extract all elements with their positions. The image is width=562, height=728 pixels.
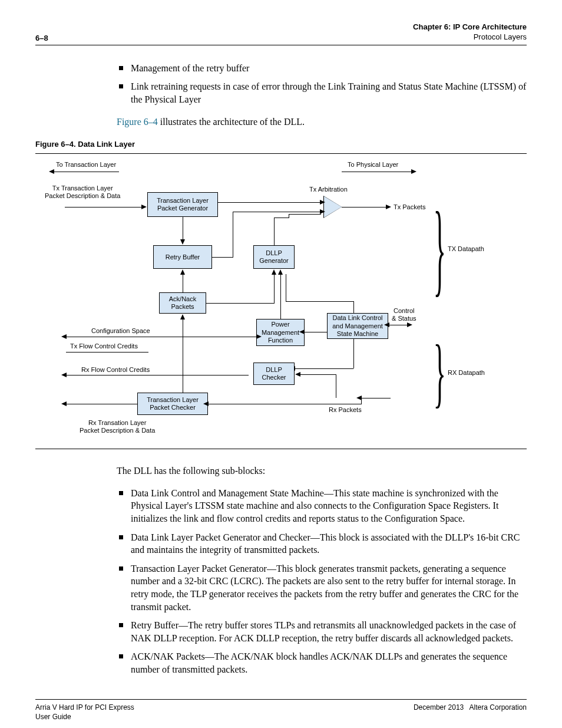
- label-to-physical: To Physical Layer: [348, 161, 398, 169]
- top-bullet-list: Management of the retry buffer Link retr…: [117, 62, 527, 106]
- figure-ref-rest: illustrates the architecture of the DLL.: [158, 117, 305, 127]
- footer-left: Arria V Hard IP for PCI Express User Gui…: [35, 703, 134, 722]
- list-item: Data Link Control and Management State M…: [117, 487, 527, 525]
- label-tx-flow: Tx Flow Control Credits: [70, 342, 138, 350]
- chapter-title: Chapter 6: IP Core Architecture: [413, 22, 527, 32]
- list-item: ACK/NAK Packets—The ACK/NAK block handle…: [117, 650, 527, 676]
- label-tx-datapath: TX Datapath: [448, 245, 484, 253]
- page-footer: Arria V Hard IP for PCI Express User Gui…: [35, 699, 527, 722]
- box-power-mgmt: Power Management Function: [256, 319, 305, 346]
- figure-caption: Figure 6–4. Data Link Layer: [35, 140, 527, 149]
- box-dllp-generator: DLLP Generator: [253, 245, 295, 269]
- list-item: Link retraining requests in case of erro…: [117, 80, 527, 106]
- box-dlcm: Data Link Control and Management State M…: [327, 313, 388, 339]
- label-rx-flow: Rx Flow Control Credits: [81, 366, 150, 374]
- figure-link[interactable]: Figure 6–4: [117, 117, 158, 127]
- box-tlp-generator: Transaction Layer Packet Generator: [147, 192, 218, 217]
- figure-container: To Transaction Layer To Physical Layer T…: [35, 153, 527, 449]
- box-dllp-checker: DLLP Checker: [253, 363, 295, 385]
- label-config-space: Configuration Space: [91, 327, 150, 335]
- label-control-status: Control & Status: [392, 307, 416, 322]
- page-header: 6–8 Chapter 6: IP Core Architecture Prot…: [35, 22, 527, 45]
- label-tx-tlp-desc: Tx Transaction Layer Packet Description …: [45, 185, 120, 200]
- sub-blocks-intro: The DLL has the following sub-blocks:: [117, 465, 527, 477]
- data-link-layer-diagram: To Transaction Layer To Physical Layer T…: [35, 160, 527, 443]
- sub-blocks-list: Data Link Control and Management State M…: [117, 487, 527, 676]
- label-rx-datapath: RX Datapath: [448, 369, 485, 377]
- box-tlp-checker: Transaction Layer Packet Checker: [137, 393, 208, 415]
- label-to-transaction: To Transaction Layer: [56, 161, 116, 169]
- footer-right: December 2013 Altera Corporation: [414, 703, 527, 722]
- page-number: 6–8: [35, 34, 48, 42]
- list-item: Transaction Layer Packet Generator—This …: [117, 562, 527, 613]
- box-retry-buffer: Retry Buffer: [153, 245, 212, 269]
- figure-reference-line: Figure 6–4 illustrates the architecture …: [117, 116, 527, 129]
- footer-doc-title: Arria V Hard IP for PCI Express: [35, 703, 134, 713]
- label-rx-packets: Rx Packets: [329, 406, 362, 414]
- label-tx-packets: Tx Packets: [394, 203, 425, 211]
- list-item: Management of the retry buffer: [117, 62, 527, 75]
- footer-doc-subtitle: User Guide: [35, 713, 134, 722]
- list-item: Retry Buffer—The retry buffer stores TLP…: [117, 619, 527, 644]
- label-tx-arbitration: Tx Arbitration: [309, 186, 348, 193]
- box-ack-nack: Ack/Nack Packets: [159, 292, 206, 314]
- label-rx-tlp-desc: Rx Transation Layer Packet Description &…: [80, 419, 155, 434]
- list-item: Data Link Layer Packet Generator and Che…: [117, 531, 527, 556]
- header-right: Chapter 6: IP Core Architecture Protocol…: [413, 22, 527, 42]
- section-title: Protocol Layers: [413, 32, 527, 42]
